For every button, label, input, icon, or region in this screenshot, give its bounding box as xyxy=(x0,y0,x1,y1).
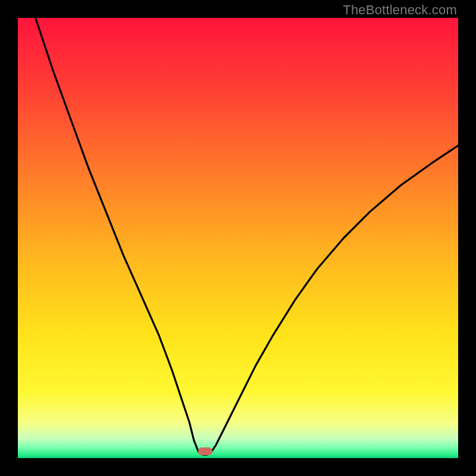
chart-frame: TheBottleneck.com xyxy=(0,0,476,476)
plot-area xyxy=(18,18,458,458)
watermark-text: TheBottleneck.com xyxy=(343,2,457,18)
optimum-marker xyxy=(198,447,212,455)
bottleneck-curve xyxy=(18,18,458,458)
